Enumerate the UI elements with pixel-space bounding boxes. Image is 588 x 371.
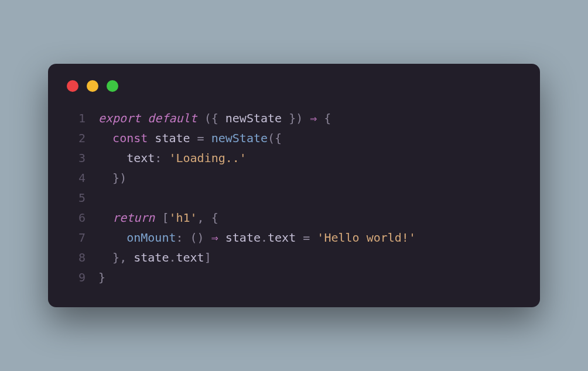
token — [98, 250, 112, 264]
line-content[interactable]: }) — [98, 168, 127, 188]
token: }) — [112, 171, 127, 185]
token — [98, 171, 112, 185]
token: 'Loading..' — [169, 151, 246, 165]
line-content[interactable]: text: 'Loading..' — [98, 148, 247, 168]
line-number: 7 — [66, 228, 98, 248]
token — [98, 151, 127, 165]
token: 'h1' — [169, 211, 197, 225]
token: . — [169, 250, 176, 264]
code-line[interactable]: 1export default ({ newState }) ⇒ { — [66, 108, 522, 128]
token: ⇒ — [310, 111, 317, 125]
token: ({ — [204, 111, 225, 125]
token: ⇒ — [211, 231, 218, 245]
line-number: 2 — [66, 128, 98, 148]
token: newState — [225, 111, 282, 125]
token — [98, 131, 112, 145]
token: return — [112, 211, 155, 225]
code-line[interactable]: 2 const state = newState({ — [66, 128, 522, 148]
token: state — [148, 131, 197, 145]
token: 'Hello world!' — [317, 231, 416, 245]
line-number: 6 — [66, 208, 98, 228]
line-number: 9 — [66, 267, 98, 287]
code-line[interactable]: 4 }) — [66, 168, 522, 188]
token: , { — [197, 211, 218, 225]
line-number: 5 — [66, 188, 98, 208]
line-number: 4 — [66, 168, 98, 188]
window-titlebar — [66, 80, 522, 92]
token — [98, 211, 112, 225]
token — [296, 231, 303, 245]
maximize-icon[interactable] — [107, 80, 118, 92]
code-line[interactable]: 5 — [66, 188, 522, 208]
line-number: 1 — [66, 108, 98, 128]
token: state — [134, 250, 169, 264]
token: = — [197, 131, 211, 145]
token: onMount — [127, 231, 176, 245]
token: newState — [211, 131, 268, 145]
code-line[interactable]: 6 return ['h1', { — [66, 208, 522, 228]
token: : — [155, 151, 169, 165]
line-content[interactable]: }, state.text] — [98, 248, 211, 267]
token: { — [317, 111, 331, 125]
line-number: 8 — [66, 248, 98, 267]
line-content[interactable]: onMount: () ⇒ state.text = 'Hello world!… — [98, 228, 416, 248]
token: ({ — [268, 131, 282, 145]
line-content[interactable]: } — [98, 267, 105, 287]
token: ] — [204, 250, 211, 264]
token: text — [268, 231, 296, 245]
minimize-icon[interactable] — [87, 80, 98, 92]
token: text — [127, 151, 155, 165]
token: const — [112, 131, 148, 145]
token — [155, 211, 162, 225]
line-content[interactable]: export default ({ newState }) ⇒ { — [98, 108, 331, 128]
token: : () — [176, 231, 211, 245]
line-content[interactable]: return ['h1', { — [98, 208, 218, 228]
code-editor[interactable]: 1export default ({ newState }) ⇒ {2 cons… — [66, 108, 522, 287]
code-window: 1export default ({ newState }) ⇒ {2 cons… — [48, 64, 540, 307]
token: [ — [162, 211, 169, 225]
code-line[interactable]: 3 text: 'Loading..' — [66, 148, 522, 168]
line-number: 3 — [66, 148, 98, 168]
token — [98, 231, 127, 245]
token — [197, 111, 204, 125]
token: }, — [112, 250, 134, 264]
token: text — [176, 250, 204, 264]
token: . — [261, 231, 268, 245]
token — [141, 111, 148, 125]
code-line[interactable]: 7 onMount: () ⇒ state.text = 'Hello worl… — [66, 228, 522, 248]
token: default — [148, 111, 197, 125]
token: }) — [282, 111, 310, 125]
token: state — [218, 231, 261, 245]
line-content[interactable]: const state = newState({ — [98, 128, 282, 148]
token: export — [98, 111, 141, 125]
code-line[interactable]: 9} — [66, 267, 522, 287]
close-icon[interactable] — [67, 80, 78, 92]
code-line[interactable]: 8 }, state.text] — [66, 248, 522, 267]
token: } — [98, 270, 105, 284]
token: = — [303, 231, 317, 245]
